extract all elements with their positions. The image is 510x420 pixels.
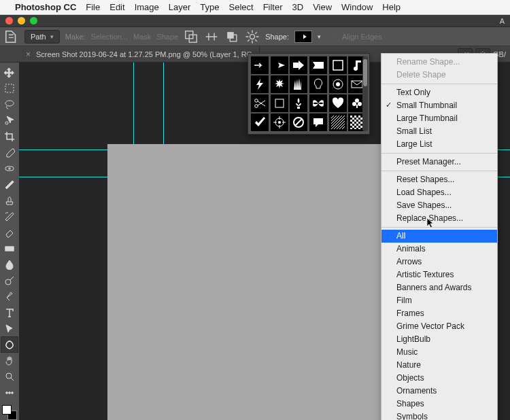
ctx-item-nature[interactable]: Nature (381, 359, 497, 372)
window-minimize-button[interactable] (18, 17, 25, 24)
menu-help[interactable]: Help (382, 2, 401, 12)
gradient-tool[interactable] (1, 241, 18, 256)
brush-tool[interactable] (1, 177, 18, 192)
shape-checkmark[interactable] (251, 113, 269, 131)
path-align-icon[interactable] (204, 30, 219, 43)
path-select-tool[interactable] (1, 321, 18, 336)
shape-bulb[interactable] (309, 75, 327, 93)
ctx-item-arrows[interactable]: Arrows (381, 256, 497, 268)
menu-view[interactable]: View (313, 2, 332, 12)
healing-brush-tool[interactable] (1, 161, 18, 176)
shape-square-outline[interactable] (329, 56, 347, 74)
ctx-item-music[interactable]: Music (381, 346, 497, 359)
custom-shape-tool[interactable] (1, 337, 18, 352)
ctx-item-symbols[interactable]: Symbols (381, 410, 497, 420)
menu-type[interactable]: Type (200, 2, 219, 12)
shape-halftone[interactable] (329, 113, 347, 131)
ctx-item-objects[interactable]: Objects (381, 372, 497, 385)
menu-3d[interactable]: 3D (292, 2, 304, 12)
shape-arrow-2[interactable] (271, 56, 288, 74)
make-selection-button[interactable]: Selection... (91, 33, 128, 41)
zoom-tool[interactable] (1, 369, 18, 384)
shape-speech[interactable] (309, 113, 327, 131)
app-name[interactable]: Photoshop CC (15, 2, 76, 12)
shape-picker-button[interactable] (294, 31, 312, 43)
menu-file[interactable]: File (86, 2, 100, 12)
shape-arrow-3[interactable] (290, 56, 307, 74)
shape-banner[interactable] (309, 56, 327, 74)
menu-layer[interactable]: Layer (169, 2, 191, 12)
menu-filter[interactable]: Filter (263, 2, 283, 12)
document-tab[interactable]: × Screen Shot 2019-06-24 at 1.27.25 PM.p… (19, 46, 260, 62)
svg-point-7 (5, 122, 8, 124)
menu-window[interactable]: Window (341, 2, 373, 12)
shape-fleur[interactable] (290, 94, 307, 112)
gear-icon[interactable] (245, 30, 260, 43)
ctx-item-artistic-textures[interactable]: Artistic Textures (381, 268, 497, 281)
window-zoom-button[interactable] (30, 17, 37, 24)
ctx-item-animals[interactable]: Animals (381, 243, 497, 256)
blur-tool[interactable] (1, 258, 18, 273)
type-tool[interactable] (1, 305, 18, 320)
shape-heart[interactable] (329, 94, 347, 112)
shape-burst[interactable] (271, 75, 288, 93)
shape-arrow-1[interactable] (251, 56, 269, 74)
menu-image[interactable]: Image (135, 2, 159, 12)
color-swatches[interactable] (2, 405, 17, 420)
ctx-item-save-shapes[interactable]: Save Shapes... (381, 199, 497, 212)
dodge-tool[interactable] (1, 273, 18, 288)
ctx-item-large-list[interactable]: Large List (381, 138, 497, 151)
menu-edit[interactable]: Edit (109, 2, 124, 12)
scrollbar-thumb[interactable] (363, 59, 367, 86)
clone-stamp-tool[interactable] (1, 193, 18, 208)
ctx-item-large-thumbnail[interactable]: Large Thumbnail (381, 112, 497, 125)
hand-tool[interactable] (1, 353, 18, 368)
path-operations-icon[interactable] (184, 30, 199, 43)
ctx-item-replace-shapes[interactable]: Replace Shapes... (381, 212, 497, 225)
shape-grass[interactable] (290, 75, 307, 93)
ctx-item-frames[interactable]: Frames (381, 307, 497, 320)
ctx-item-banners-and-awards[interactable]: Banners and Awards (381, 281, 497, 294)
shape-picker-scrollbar[interactable] (362, 56, 368, 131)
ctx-item-grime-vector-pack[interactable]: Grime Vector Pack (381, 320, 497, 333)
lasso-tool[interactable] (1, 97, 18, 112)
marquee-tool[interactable] (1, 82, 18, 97)
shape-box[interactable] (271, 94, 288, 112)
shape-picker-chevron-icon[interactable]: ▾ (318, 33, 321, 40)
ctx-item-small-list[interactable]: Small List (381, 125, 497, 138)
close-tab-icon[interactable]: × (26, 50, 31, 59)
make-mask-button[interactable]: Mask (133, 33, 151, 41)
ctx-item-lightbulb[interactable]: LightBulb (381, 333, 497, 346)
move-tool[interactable] (1, 65, 18, 80)
tool-preset-icon[interactable] (4, 30, 19, 43)
ctx-item-film[interactable]: Film (381, 294, 497, 307)
ctx-item-shapes[interactable]: Shapes (381, 398, 497, 410)
shape-registration[interactable] (271, 113, 288, 131)
shape-no-sign[interactable] (290, 113, 307, 131)
shape-target[interactable] (329, 75, 347, 93)
shape-scissors[interactable] (251, 94, 269, 112)
ctx-item-text-only[interactable]: Text Only (381, 86, 497, 99)
foreground-swatch[interactable] (2, 405, 12, 415)
shape-bolt[interactable] (251, 75, 269, 93)
shape-butterfly[interactable] (309, 94, 327, 112)
window-close-button[interactable] (5, 17, 13, 24)
edit-toolbar[interactable] (1, 385, 18, 400)
quick-select-tool[interactable] (1, 113, 18, 128)
path-arrange-icon[interactable] (224, 30, 239, 43)
eyedropper-tool[interactable] (1, 145, 18, 160)
ctx-item-preset-manager[interactable]: Preset Manager... (381, 156, 497, 169)
pen-tool[interactable] (1, 290, 18, 304)
ctx-item-reset-shapes[interactable]: Reset Shapes... (381, 173, 497, 186)
menu-select[interactable]: Select (228, 2, 253, 12)
crop-tool[interactable] (1, 129, 18, 144)
ctx-item-load-shapes[interactable]: Load Shapes... (381, 186, 497, 199)
history-brush-tool[interactable] (1, 209, 18, 224)
mode-dropdown[interactable]: Path▾ (24, 30, 60, 43)
eraser-tool[interactable] (1, 225, 18, 240)
align-edges-checkbox[interactable]: Align Edges (332, 33, 382, 41)
ctx-item-all[interactable]: All (381, 230, 497, 243)
ctx-item-small-thumbnail[interactable]: Small Thumbnail (381, 99, 497, 112)
ctx-item-ornaments[interactable]: Ornaments (381, 385, 497, 398)
make-shape-button[interactable]: Shape (156, 33, 178, 41)
